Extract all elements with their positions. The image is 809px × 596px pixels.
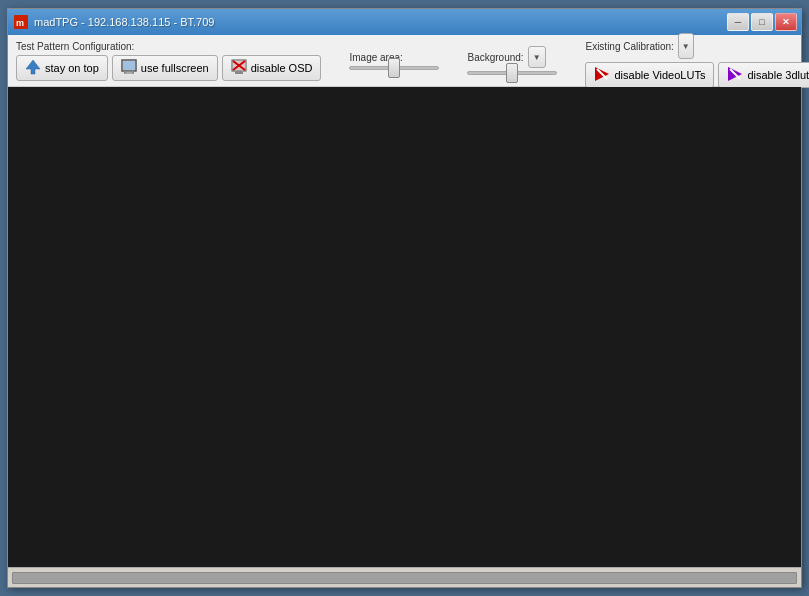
fullscreen-icon [121, 59, 137, 77]
background-section: Background: ▼ [467, 46, 557, 75]
image-area-slider[interactable] [349, 66, 439, 70]
disable-osd-button[interactable]: disable OSD [222, 55, 322, 81]
disable-3dlut-label: disable 3dlut [747, 69, 809, 81]
background-slider[interactable] [467, 71, 557, 75]
existing-calibration-section: Existing Calibration: ▼ disable VideoLUT… [585, 33, 809, 88]
titlebar: m madTPG - 192.168.138.115 - BT.709 ─ □ … [8, 9, 801, 35]
titlebar-left: m madTPG - 192.168.138.115 - BT.709 [14, 15, 214, 29]
svg-rect-13 [235, 72, 243, 74]
svg-rect-12 [236, 71, 242, 72]
window-title: madTPG - 192.168.138.115 - BT.709 [34, 16, 214, 28]
disable-osd-label: disable OSD [251, 62, 313, 74]
svg-rect-5 [123, 61, 135, 70]
stay-on-top-button[interactable]: stay on top [16, 55, 108, 81]
disable-3dlut-button[interactable]: disable 3dlut [718, 62, 809, 88]
minimize-button[interactable]: ─ [727, 13, 749, 31]
svg-rect-6 [126, 72, 132, 73]
existing-calib-label: Existing Calibration: [585, 41, 673, 52]
disable-videoluts-label: disable VideoLUTs [614, 69, 705, 81]
test-pattern-label: Test Pattern Configuration: [16, 41, 321, 52]
dropdown-arrow-icon: ▼ [533, 53, 541, 62]
background-label: Background: [467, 52, 523, 63]
test-pattern-controls: stay on top use fullscre [16, 55, 321, 81]
stay-on-top-icon [25, 59, 41, 77]
disable-videoluts-icon [594, 66, 610, 84]
disable-osd-icon [231, 59, 247, 77]
calib-dropdown-arrow-icon: ▼ [682, 42, 690, 51]
svg-rect-7 [125, 73, 133, 74]
calib-controls: disable VideoLUTs disable 3dlut [585, 62, 809, 88]
statusbar [8, 567, 801, 587]
disable-videoluts-button[interactable]: disable VideoLUTs [585, 62, 714, 88]
restore-button[interactable]: □ [751, 13, 773, 31]
main-window: m madTPG - 192.168.138.115 - BT.709 ─ □ … [7, 8, 802, 588]
disable-3dlut-icon [727, 66, 743, 84]
use-fullscreen-button[interactable]: use fullscreen [112, 55, 218, 81]
image-area-section: Image area: [349, 52, 439, 70]
titlebar-controls: ─ □ ✕ [727, 13, 797, 31]
app-icon: m [14, 15, 28, 29]
svg-marker-2 [26, 60, 40, 74]
progress-bar [12, 572, 797, 584]
toolbar: Test Pattern Configuration: stay on top [8, 35, 801, 87]
test-pattern-section: Test Pattern Configuration: stay on top [16, 41, 321, 81]
svg-text:m: m [16, 18, 24, 28]
use-fullscreen-label: use fullscreen [141, 62, 209, 74]
stay-on-top-label: stay on top [45, 62, 99, 74]
close-button[interactable]: ✕ [775, 13, 797, 31]
main-content-area [8, 87, 801, 567]
existing-calib-dropdown-button[interactable]: ▼ [678, 33, 694, 59]
